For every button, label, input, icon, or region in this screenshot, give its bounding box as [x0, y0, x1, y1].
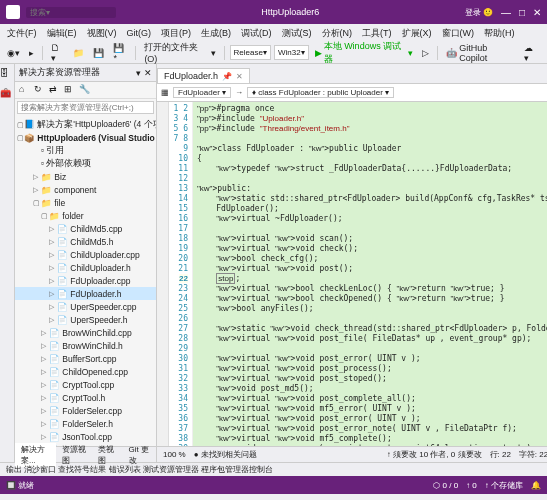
- project-node[interactable]: ▢📦 HttpUploader6 (Visual Studio 2013: [15, 131, 156, 144]
- tree-item[interactable]: ▷📄 ChildOpened.cpp: [15, 365, 156, 378]
- tree-item[interactable]: ▷📄 UperSpeeder.h: [15, 313, 156, 326]
- tree-item[interactable]: ▢📁 file: [15, 196, 156, 209]
- tree-item[interactable]: ▷📄 FolderSeler.h: [15, 417, 156, 430]
- open-folder-button[interactable]: 打开的文件夹(O)▾: [141, 40, 218, 65]
- editor-tabs: FdUploader.h 📌 ✕: [157, 64, 547, 84]
- close-button[interactable]: ✕: [533, 7, 541, 18]
- sidebar-tab[interactable]: 类视图: [92, 443, 122, 467]
- share-button[interactable]: ☁ ▾: [521, 42, 543, 64]
- close-tab-icon[interactable]: ✕: [236, 72, 243, 81]
- vs-logo-icon: [6, 5, 20, 19]
- save-all-button[interactable]: 💾*: [110, 42, 130, 64]
- window-title: HttpUploader6: [116, 7, 465, 17]
- debug-button[interactable]: ▶ 本地 Windows 调试器 ▾: [312, 39, 417, 67]
- copilot-button[interactable]: 🤖 GitHub Copilot: [443, 42, 518, 64]
- sync-icon[interactable]: ⇄: [49, 84, 61, 96]
- sidebar-tab[interactable]: 解决方案...: [15, 443, 56, 467]
- sidebar-tab[interactable]: Git 更改: [123, 443, 156, 467]
- minimize-button[interactable]: —: [501, 7, 511, 18]
- tree-item[interactable]: ▷📄 BrowWinChild.h: [15, 339, 156, 352]
- tree-item[interactable]: ▷📄 BufferSort.cpp: [15, 352, 156, 365]
- status-bar: 🔲 就绪 ⬡ 0 / 0 ↑ 0 ↑ 个存储库 🔔: [0, 476, 547, 494]
- tree-item[interactable]: ▷📁 Biz: [15, 170, 156, 183]
- menu-item[interactable]: 调试(D): [238, 26, 275, 41]
- tree-item[interactable]: ▫ 引用: [15, 144, 156, 157]
- output-tabs[interactable]: 输出 消沙窗口 查找符号结果 错误列表 测试资源管理器 程序包管理器控制台: [0, 462, 547, 476]
- tree-item[interactable]: ▷📄 BrowWinChild.cpp: [15, 326, 156, 339]
- solution-node[interactable]: ▢📘 解决方案'HttpUploader6' (4 个项目, 共: [15, 118, 156, 131]
- issues[interactable]: ● 未找到相关问题: [194, 449, 257, 460]
- tree-item[interactable]: ▷📄 FolderSeler.cpp: [15, 404, 156, 417]
- solution-tree[interactable]: ▢📘 解决方案'HttpUploader6' (4 个项目, 共▢📦 HttpU…: [15, 116, 156, 446]
- toolbox-icon[interactable]: 🧰: [0, 88, 14, 102]
- run-button[interactable]: ▷: [419, 47, 432, 59]
- notif-icon[interactable]: 🔔: [531, 481, 541, 490]
- tree-item[interactable]: ▷📄 ChildUploader.cpp: [15, 248, 156, 261]
- sidebar-bottom-tabs: 解决方案...资源视图类视图Git 更改: [15, 446, 156, 462]
- member-combo[interactable]: ♦ class FdUploader : public Uploader ▾: [247, 87, 394, 98]
- sign-in[interactable]: 登录 🙂: [465, 7, 493, 18]
- class-combo[interactable]: FdUploader ▾: [173, 87, 231, 98]
- left-rail: 🗄 🧰: [0, 64, 15, 462]
- server-explorer-icon[interactable]: 🗄: [0, 68, 14, 82]
- refresh-icon[interactable]: ↻: [34, 84, 46, 96]
- open-button[interactable]: 📁: [70, 47, 87, 59]
- tree-item[interactable]: ▷📄 ChildMd5.h: [15, 235, 156, 248]
- tree-item[interactable]: ▷📄 ChildUploader.h: [15, 261, 156, 274]
- tree-item[interactable]: ▷📄 UperSpeeder.cpp: [15, 300, 156, 313]
- tree-item[interactable]: ▷📄 CryptTool.h: [15, 391, 156, 404]
- tab-fduploader[interactable]: FdUploader.h 📌 ✕: [157, 68, 250, 83]
- sidebar-tab[interactable]: 资源视图: [56, 443, 92, 467]
- menu-bar: 文件(F)编辑(E)视图(V)Git(G)项目(P)生成(B)调试(D)测试(S…: [0, 24, 547, 42]
- pr-info[interactable]: ↑ 须要改 10 作者, 0 须要改: [387, 449, 482, 460]
- pin-icon[interactable]: 📌: [222, 72, 232, 81]
- repo-status[interactable]: ↑ 个存储库: [485, 480, 523, 491]
- line-info: 行: 22: [490, 449, 511, 460]
- tree-item[interactable]: ▢📁 folder: [15, 209, 156, 222]
- menu-item[interactable]: 视图(V): [84, 26, 120, 41]
- nav-fwd-button[interactable]: ▸: [26, 47, 37, 59]
- menu-item[interactable]: 帮助(H): [481, 26, 518, 41]
- maximize-button[interactable]: □: [519, 7, 525, 18]
- menu-item[interactable]: 项目(P): [158, 26, 194, 41]
- menu-item[interactable]: 窗口(W): [439, 26, 478, 41]
- menu-item[interactable]: Git(G): [124, 27, 155, 39]
- tree-item[interactable]: ▷📁 component: [15, 183, 156, 196]
- new-button[interactable]: 🗋▾: [48, 42, 67, 64]
- home-icon[interactable]: ⌂: [19, 84, 31, 96]
- outline-margin[interactable]: [157, 102, 169, 446]
- menu-item[interactable]: 生成(B): [198, 26, 234, 41]
- solution-search-input[interactable]: [17, 101, 154, 114]
- tree-item[interactable]: ▷📄 FdUploader.cpp: [15, 274, 156, 287]
- toolbar: ◉▾ ▸ 🗋▾ 📁 💾 💾* 打开的文件夹(O)▾ Release ▾ Win3…: [0, 42, 547, 64]
- editor-statusbar: 100 % ● 未找到相关问题 ↑ 须要改 10 作者, 0 须要改 行: 22…: [157, 446, 547, 462]
- code-nav-bar: ▦ FdUploader ▾ → ♦ class FdUploader : pu…: [157, 84, 547, 102]
- platform-combo[interactable]: Win32 ▾: [274, 45, 309, 60]
- git-changes[interactable]: ⬡ 0 / 0: [433, 481, 458, 490]
- tree-item[interactable]: ▫ 外部依赖项: [15, 157, 156, 170]
- nav-back-button[interactable]: ◉▾: [4, 47, 23, 59]
- code-editor[interactable]: "pp">#pragma once "pp">#include "Uploade…: [193, 102, 547, 446]
- editor-area: FdUploader.h 📌 ✕ ▦ FdUploader ▾ → ♦ clas…: [157, 64, 547, 462]
- zoom[interactable]: 100 %: [163, 450, 186, 459]
- error-count[interactable]: ↑ 0: [466, 481, 477, 490]
- status-ready: 🔲 就绪: [6, 480, 34, 491]
- menu-item[interactable]: 文件(F): [4, 26, 40, 41]
- config-combo[interactable]: Release ▾: [230, 45, 271, 60]
- tree-item[interactable]: ▷📄 JsonTool.cpp: [15, 430, 156, 443]
- scope-icon: ▦: [161, 88, 169, 97]
- search-box[interactable]: [26, 7, 116, 18]
- tree-item[interactable]: ▷📄 ChildMd5.cpp: [15, 222, 156, 235]
- solution-explorer: 解决方案资源管理器 ▾ ✕ ⌂ ↻ ⇄ ⊞ 🔧 ▢📘 解决方案'HttpUplo…: [15, 64, 157, 462]
- props-icon[interactable]: 🔧: [79, 84, 91, 96]
- tree-item[interactable]: ▷📄 CryptTool.cpp: [15, 378, 156, 391]
- sidebar-header: 解决方案资源管理器 ▾ ✕: [15, 64, 156, 82]
- sidebar-pin-icon[interactable]: ▾ ✕: [136, 68, 152, 78]
- tree-item[interactable]: ▷📄 FdUploader.h: [15, 287, 156, 300]
- menu-item[interactable]: 测试(S): [279, 26, 315, 41]
- save-button[interactable]: 💾: [90, 47, 107, 59]
- menu-item[interactable]: 编辑(E): [44, 26, 80, 41]
- sidebar-toolbar: ⌂ ↻ ⇄ ⊞ 🔧: [15, 82, 156, 99]
- nest-icon[interactable]: ⊞: [64, 84, 76, 96]
- title-bar: HttpUploader6 登录 🙂 — □ ✕: [0, 0, 547, 24]
